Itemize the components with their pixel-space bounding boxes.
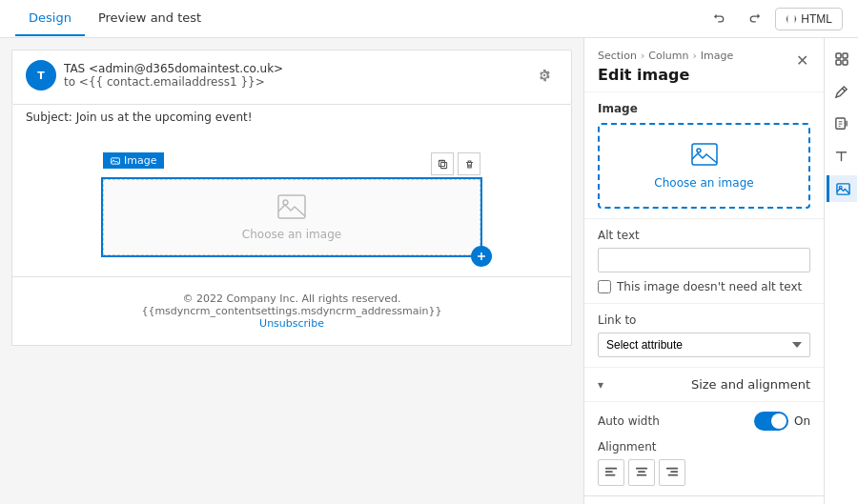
panel-link-section: Link to Select attribute xyxy=(584,303,824,367)
svg-rect-14 xyxy=(666,468,678,470)
size-alignment-header[interactable]: ▾ Size and alignment xyxy=(584,367,824,401)
alt-text-checkbox[interactable] xyxy=(598,280,611,293)
alt-text-label: Alt text xyxy=(598,229,810,242)
image-block-actions xyxy=(431,152,480,175)
email-header: T TAS <admin@d365domaintest.co.uk> to <{… xyxy=(11,50,572,105)
svg-rect-11 xyxy=(636,468,647,470)
auto-width-row: Auto width On xyxy=(598,412,810,431)
image-block-wrapper[interactable]: Image Choose an image xyxy=(101,177,482,257)
image-block-label: Image xyxy=(103,152,164,169)
svg-rect-13 xyxy=(637,474,647,476)
svg-point-5 xyxy=(283,200,288,205)
right-icon-text[interactable] xyxy=(828,143,855,170)
panel-size-alignment-section: Auto width On Alignment xyxy=(584,401,824,495)
link-to-label: Link to xyxy=(598,313,810,327)
right-icon-image[interactable] xyxy=(827,175,857,202)
image-placeholder-icon xyxy=(277,194,306,224)
image-placeholder-text: Choose an image xyxy=(242,228,341,241)
align-left-button[interactable] xyxy=(598,459,624,486)
image-section-label: Image xyxy=(598,102,810,115)
image-upload-icon xyxy=(691,143,718,171)
toggle-knob xyxy=(771,413,786,429)
email-from-row: T TAS <admin@d365domaintest.co.uk> to <{… xyxy=(26,60,558,91)
right-icon-pen[interactable] xyxy=(828,78,855,105)
image-placeholder[interactable]: Choose an image xyxy=(103,179,480,255)
auto-width-label: Auto width xyxy=(598,414,660,428)
alt-text-checkbox-label: This image doesn't need alt text xyxy=(617,280,802,293)
image-delete-button[interactable] xyxy=(458,152,480,175)
html-button[interactable]: HTML xyxy=(775,8,843,30)
drag-handle[interactable] xyxy=(471,246,492,267)
email-from-name: TAS <admin@d365domaintest.co.uk> xyxy=(64,62,523,75)
align-center-button[interactable] xyxy=(628,459,655,486)
unsubscribe-link[interactable]: Unsubscribe xyxy=(259,317,324,330)
tab-design[interactable]: Design xyxy=(15,1,85,36)
top-bar: Design Preview and test HTML xyxy=(0,0,858,38)
email-settings-button[interactable] xyxy=(531,62,558,89)
panel-close-button[interactable]: ✕ xyxy=(794,50,810,71)
alignment-label: Alignment xyxy=(598,440,810,454)
email-to: to <{{ contact.emailaddress1 }}> xyxy=(64,75,523,89)
svg-point-1 xyxy=(112,159,114,161)
panel-header: Section › Column › Image Edit image ✕ xyxy=(584,38,824,91)
email-preview: T TAS <admin@d365domaintest.co.uk> to <{… xyxy=(0,38,583,504)
svg-rect-10 xyxy=(605,474,616,476)
svg-point-7 xyxy=(697,149,701,152)
panel-header-left: Section › Column › Image Edit image xyxy=(598,50,733,84)
breadcrumb-image[interactable]: Image xyxy=(701,50,733,62)
align-right-button[interactable] xyxy=(659,459,685,486)
svg-rect-12 xyxy=(638,471,645,473)
undo-button[interactable] xyxy=(706,6,733,32)
tab-preview[interactable]: Preview and test xyxy=(85,1,214,36)
image-upload-area[interactable]: Choose an image xyxy=(598,123,810,209)
image-copy-button[interactable] xyxy=(431,152,454,175)
breadcrumb-column[interactable]: Column xyxy=(648,50,688,62)
image-upload-text: Choose an image xyxy=(654,176,753,190)
style-section-header[interactable]: › Style xyxy=(584,495,824,504)
panel-alt-text-section: Alt text This image doesn't need alt tex… xyxy=(584,218,824,303)
alignment-row xyxy=(598,459,810,486)
alt-text-input[interactable] xyxy=(598,248,810,272)
email-footer: © 2022 Company Inc. All rights reserved.… xyxy=(11,277,572,346)
svg-rect-20 xyxy=(843,60,848,65)
avatar: T xyxy=(26,60,56,91)
email-from-info: TAS <admin@d365domaintest.co.uk> to <{{ … xyxy=(64,62,523,89)
top-tabs: Design Preview and test xyxy=(15,1,214,36)
far-right-icons xyxy=(824,38,858,504)
top-bar-actions: HTML xyxy=(706,6,843,32)
svg-rect-2 xyxy=(440,162,446,168)
panel-title: Edit image xyxy=(598,66,733,84)
size-alignment-title: Size and alignment xyxy=(691,377,810,392)
breadcrumb-section[interactable]: Section xyxy=(598,50,637,62)
toggle-state-text: On xyxy=(794,414,810,428)
email-subject: Subject: Join us at the upcoming event! xyxy=(11,105,572,130)
footer-copyright: © 2022 Company Inc. All rights reserved. xyxy=(28,292,556,305)
panel-image-section: Image Choose an image xyxy=(584,91,824,218)
redo-button[interactable] xyxy=(741,6,767,32)
footer-address: {{msdyncrm_contentsettings.msdyncrm_addr… xyxy=(28,305,556,317)
svg-rect-18 xyxy=(843,53,848,58)
alt-text-checkbox-row: This image doesn't need alt text xyxy=(598,280,810,293)
main-area: T TAS <admin@d365domaintest.co.uk> to <{… xyxy=(0,38,858,504)
toggle-container: On xyxy=(754,412,810,431)
size-alignment-chevron: ▾ xyxy=(598,378,603,392)
breadcrumb: Section › Column › Image xyxy=(598,50,733,62)
svg-rect-8 xyxy=(605,468,617,470)
svg-rect-6 xyxy=(692,144,717,165)
svg-rect-15 xyxy=(670,471,678,473)
svg-rect-9 xyxy=(605,471,613,473)
link-to-dropdown[interactable]: Select attribute xyxy=(598,333,810,357)
image-block-toolbar: Image xyxy=(103,152,164,169)
right-panel: Section › Column › Image Edit image ✕ Im… xyxy=(583,38,824,504)
svg-rect-17 xyxy=(836,53,841,58)
alignment-section: Alignment xyxy=(598,440,810,486)
right-icon-contacts[interactable] xyxy=(828,111,855,137)
svg-rect-16 xyxy=(668,474,679,476)
right-icon-add[interactable] xyxy=(828,46,855,72)
svg-rect-19 xyxy=(836,60,841,65)
auto-width-toggle[interactable] xyxy=(754,412,788,431)
